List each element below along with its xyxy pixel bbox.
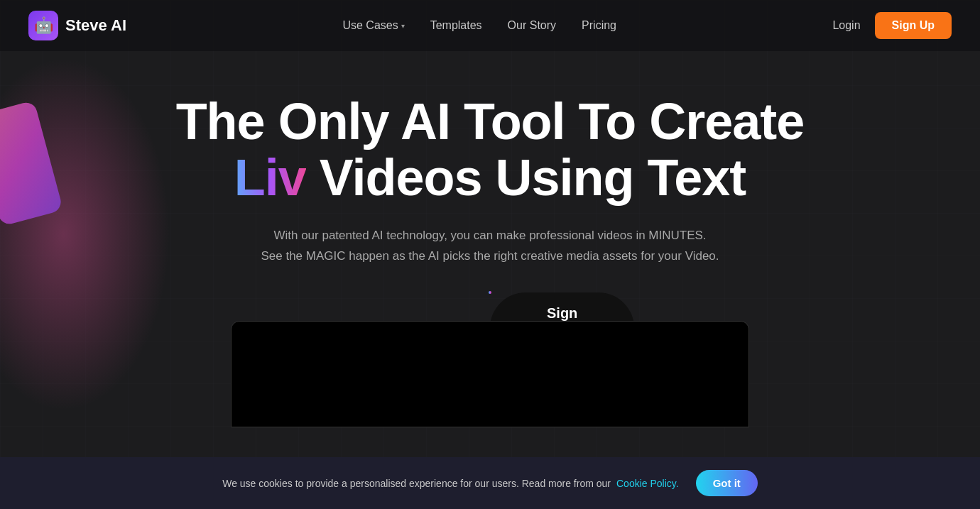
logo-icon bbox=[28, 11, 58, 40]
hero-subtitle-line2: See the MAGIC happen as the AI picks the… bbox=[261, 249, 719, 263]
cta-border: Sign Up For Free bbox=[489, 291, 491, 294]
hero-section: The Only AI Tool To Create Liv Videos Us… bbox=[0, 51, 980, 427]
nav-item-pricing[interactable]: Pricing bbox=[582, 19, 616, 32]
hero-subtitle-line1: With our patented AI technology, you can… bbox=[273, 229, 706, 242]
login-button[interactable]: Login bbox=[832, 19, 860, 32]
logo[interactable]: Steve AI bbox=[28, 11, 126, 40]
cookie-policy-link[interactable]: Cookie Policy. bbox=[616, 478, 679, 489]
hero-title-line2: Liv Videos Using Text bbox=[176, 150, 805, 206]
nav-links: Use Cases ▾ Templates Our Story Pricing bbox=[342, 19, 616, 32]
hero-title-line2-rest: Videos Using Text bbox=[306, 149, 746, 206]
signup-nav-button[interactable]: Sign Up bbox=[875, 12, 952, 39]
navbar: Steve AI Use Cases ▾ Templates Our Story… bbox=[0, 0, 980, 51]
cookie-message: We use cookies to provide a personalised… bbox=[222, 478, 611, 489]
nav-item-our-story[interactable]: Our Story bbox=[508, 19, 556, 32]
logo-text: Steve AI bbox=[65, 16, 126, 35]
hero-title-liv: Liv bbox=[234, 150, 306, 206]
hero-title-line1: The Only AI Tool To Create bbox=[176, 94, 805, 150]
nav-item-templates[interactable]: Templates bbox=[430, 19, 482, 32]
video-preview bbox=[231, 321, 749, 427]
cookie-banner: We use cookies to provide a personalised… bbox=[0, 457, 980, 509]
hero-subtitle: With our patented AI technology, you can… bbox=[261, 226, 719, 267]
cookie-accept-button[interactable]: Got it bbox=[696, 470, 758, 496]
chevron-down-icon: ▾ bbox=[401, 22, 405, 30]
nav-actions: Login Sign Up bbox=[832, 12, 952, 39]
hero-title: The Only AI Tool To Create Liv Videos Us… bbox=[176, 94, 805, 206]
nav-item-use-cases[interactable]: Use Cases ▾ bbox=[342, 19, 404, 32]
